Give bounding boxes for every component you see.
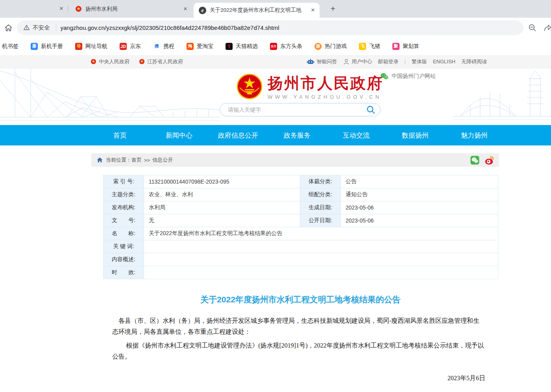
bookmark-label: 京东 — [130, 43, 141, 50]
bookmark-label: 天猫精选 — [236, 43, 258, 50]
bookmark-tmall[interactable]: T 天猫精选 — [226, 43, 258, 50]
home-icon[interactable] — [4, 23, 13, 32]
gov-emblem-icon — [91, 59, 96, 64]
meta-label: 发布机构: — [104, 201, 144, 214]
bookmark-favicon-icon: JD — [120, 43, 127, 50]
meta-label: 内容概述: — [104, 253, 144, 266]
meta-value — [144, 266, 498, 279]
meta-value — [144, 240, 498, 253]
tab-yangzhou-water-bureau[interactable]: 扬州市水利局 ✕ — [70, 0, 192, 18]
meta-value: 2023-05-06 — [341, 201, 498, 214]
breadcrumb-home-link[interactable]: 首页 — [131, 156, 142, 164]
user-icon — [343, 59, 349, 65]
link-label: 江苏省人民政府 — [147, 58, 183, 65]
site-title: 扬州市人民政府 — [268, 75, 383, 92]
table-row: 发布机构: 水利局 生成日期: 2023-05-06 — [104, 201, 498, 214]
tab-separator — [68, 5, 68, 13]
site-search — [220, 103, 381, 116]
nav-home[interactable]: 首页 — [91, 125, 150, 145]
meta-label: 文 号: — [104, 214, 144, 227]
table-row: 内容概述: — [104, 253, 498, 266]
table-row: 时 效: — [104, 266, 498, 279]
link-label: 用户中心 — [352, 58, 372, 65]
tab-active-announcement[interactable]: e 关于2022年度扬州市水利工程文明工地 ✕ — [194, 3, 320, 18]
browser-logo-favicon-icon: e — [199, 7, 206, 14]
bridge-art-right — [453, 68, 551, 125]
bookmark-label: 携程 — [163, 43, 174, 50]
mail-login-link[interactable]: 邮箱登录 — [378, 58, 399, 65]
address-bar[interactable]: 不安全 yangzhou.gov.cn/yzszxxgk/slj/202305/… — [17, 20, 523, 35]
search-input[interactable] — [227, 106, 366, 113]
smart-qa-link[interactable]: 智能问答 — [307, 58, 337, 65]
url-text: yangzhou.gov.cn/yzszxxgk/slj/202305/210c… — [61, 24, 279, 31]
search-icon[interactable] — [366, 105, 375, 114]
traditional-chinese-link[interactable]: 繁体版 — [412, 58, 427, 65]
meta-label: 名 称: — [104, 227, 144, 240]
nav-data-yangzhou[interactable]: 数据扬州 — [386, 125, 445, 145]
table-row: 文 号: 无 公开日期: 2023-05-06 — [104, 214, 498, 227]
bookmark-new-device-manual[interactable]: 册 新机手册 — [31, 43, 63, 50]
bookmark-phone-bookmarks[interactable]: 机书签 — [2, 43, 18, 50]
bookmark-fliggy[interactable]: 飞 飞猪 — [359, 43, 380, 50]
table-row: 关 键 词: — [104, 240, 498, 253]
breadcrumb-section-link[interactable]: 信息公开 — [152, 156, 173, 164]
meta-value: 11321000014407098E-2023-095 — [144, 175, 300, 188]
portal-link[interactable]: 中国扬州门户网站 — [380, 73, 436, 80]
security-status-label: 不安全 — [33, 24, 50, 31]
link-label: 智能问答 — [317, 58, 337, 65]
breadcrumb-prefix: 当前位置： — [106, 156, 131, 164]
article-paragraph: 各县（市、区）水利（务）局，扬州经济开发区城乡事务管理局，生态科技新城规划建设局… — [112, 315, 485, 337]
gov-utility-bar: 中央人民政府 江苏省人民政府 智能问答 — [0, 55, 551, 68]
site-logo[interactable]: 扬州市人民政府 WWW.YANGZHOU.GOV.CN — [268, 75, 383, 100]
bookmark-ctrip[interactable]: 携 携程 — [153, 43, 174, 50]
table-row: 主题分类: 农业、林业、水利 组配分类: 通知公告 — [104, 188, 498, 201]
bookmark-aitaobao[interactable]: 淘 爱淘宝 — [187, 43, 213, 50]
bookmark-favicon-icon: 淘 — [187, 43, 194, 50]
zoom-out-icon[interactable] — [528, 24, 536, 32]
nav-charm-yangzhou[interactable]: 魅力扬州 — [445, 125, 504, 145]
nav-gov-services[interactable]: 政务服务 — [268, 125, 327, 145]
portal-label: 中国扬州门户网站 — [392, 73, 436, 80]
bookmark-label: 东方头条 — [280, 43, 302, 50]
breadcrumb-home-icon — [97, 157, 103, 163]
tab-title: 扬州市水利局 — [85, 6, 179, 13]
bookmark-hot-games[interactable]: 游 热门游戏 — [314, 43, 347, 50]
site-url-caption: WWW.YANGZHOU.GOV.CN — [268, 94, 383, 100]
new-tab-button[interactable]: + — [328, 4, 338, 14]
gov-emblem-icon — [139, 59, 145, 64]
meta-label: 关 键 词: — [104, 240, 144, 253]
meta-label: 组配分类: — [300, 188, 341, 201]
national-emblem-icon — [237, 74, 263, 99]
nav-gov-info-disclosure[interactable]: 政府信息公开 — [209, 125, 268, 145]
weibo-share-icon[interactable] — [485, 156, 494, 165]
share-icon[interactable] — [543, 24, 551, 32]
table-row: 索 引 号: 11321000014407098E-2023-095 体裁分类:… — [104, 175, 498, 188]
bookmark-label: 爱淘宝 — [197, 43, 213, 50]
partial-tab-close-icon[interactable]: ✕ — [58, 5, 65, 12]
bookmark-eastday[interactable]: 东方 东方头条 — [270, 43, 302, 50]
nav-interaction[interactable]: 互动交流 — [327, 125, 386, 145]
bookmark-label: 机书签 — [2, 43, 18, 50]
tab-close-icon[interactable]: ✕ — [182, 6, 189, 13]
tab-close-icon[interactable]: ✕ — [309, 7, 316, 14]
link-central-government[interactable]: 中央人民政府 — [91, 58, 129, 65]
accessibility-link[interactable]: 无障碍阅读 — [461, 58, 487, 65]
national-emblem-favicon-icon — [75, 6, 82, 12]
meta-label: 公开日期: — [300, 214, 341, 227]
bookmark-juhuasuan[interactable]: 聚 聚划算 — [392, 43, 419, 50]
nav-news-center[interactable]: 新闻中心 — [150, 125, 209, 145]
user-center-link[interactable]: 用户中心 — [343, 58, 372, 65]
link-jiangsu-government[interactable]: 江苏省人民政府 — [139, 58, 183, 65]
bookmark-favicon-icon: 东方 — [270, 43, 277, 50]
english-link[interactable]: ENGLISH — [433, 59, 455, 64]
bookmarks-bar: 机书签 册 新机手册 导 网址导航 JD 京东 携 携程 淘 爱淘宝 T 天猫精… — [0, 37, 551, 55]
meta-value: 通知公告 — [341, 188, 498, 201]
meta-label: 主题分类: — [104, 188, 144, 201]
main-navigation: 首页 新闻中心 政府信息公开 政务服务 互动交流 数据扬州 魅力扬州 — [0, 125, 551, 145]
tab-title: 关于2022年度扬州市水利工程文明工地 — [210, 7, 307, 14]
bookmark-favicon-icon: 册 — [31, 43, 38, 50]
bookmark-jd[interactable]: JD 京东 — [120, 43, 141, 50]
wechat-share-icon[interactable] — [470, 156, 479, 165]
bookmark-site-navigation[interactable]: 导 网址导航 — [75, 43, 107, 50]
article-paragraph: 根据《扬州市水利工程文明工地建设管理办法》(扬水规[2019]1号)，2022年… — [112, 340, 485, 362]
